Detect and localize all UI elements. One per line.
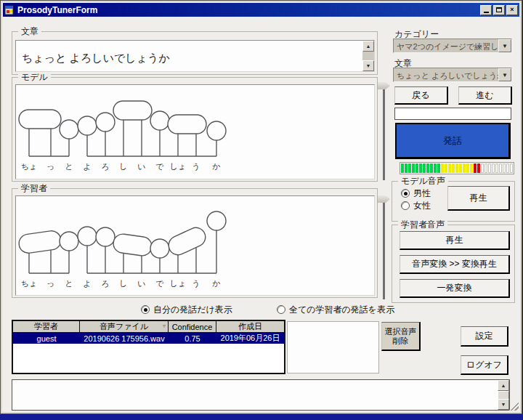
filter-own-radio[interactable]: 自分の発話だけ表示 — [141, 304, 232, 315]
learner-play-button[interactable]: 再生 — [400, 231, 510, 250]
chevron-down-icon[interactable]: ▼ — [498, 39, 511, 52]
pitch-oval — [112, 233, 153, 257]
mora-label: い — [137, 162, 145, 171]
pitch-oval — [113, 101, 152, 120]
male-voice-label: 男性 — [413, 187, 431, 200]
back-button[interactable]: 戻る — [394, 86, 448, 105]
meter-segment — [495, 163, 498, 173]
scroll-up-icon[interactable]: ▲ — [362, 41, 374, 52]
mora-label: しょ — [170, 279, 187, 288]
voice-convert-button[interactable]: 音声変換 >> 変換再生 — [400, 255, 510, 274]
pitch-circle — [78, 227, 97, 246]
pitch-circle — [96, 113, 115, 132]
meter-segment — [506, 163, 509, 173]
sentence-scrollbar[interactable]: ▲ ▼ — [362, 41, 374, 71]
meter-segment — [405, 163, 408, 173]
meter-segment — [430, 163, 433, 173]
scroll-up-icon[interactable]: ▲ — [498, 380, 509, 391]
meter-segment — [459, 163, 462, 173]
speech-text-input[interactable] — [394, 108, 511, 120]
sentence-dropdown[interactable]: ちょっと よろしいでしょうか ▼ — [393, 68, 512, 82]
meter-segment — [415, 163, 418, 173]
column-header-learner[interactable]: 学習者 — [13, 321, 80, 332]
window-title: ProsodyTunerForm — [17, 5, 97, 15]
radio-male-icon — [401, 189, 410, 198]
model-slider-thumb[interactable] — [378, 82, 390, 89]
meter-segment — [434, 163, 437, 173]
maximize-button[interactable] — [493, 5, 505, 15]
chevron-down-icon[interactable]: ▼ — [498, 68, 511, 81]
column-header-confidence[interactable]: Confidence — [169, 321, 216, 332]
speak-button[interactable]: 発話 — [395, 123, 511, 159]
mora-label: よ — [83, 162, 91, 171]
table-row[interactable]: guest20190626 175956.wav0.752019年06月26日 — [13, 333, 284, 344]
table-cell: 20190626 175956.wav — [80, 333, 169, 344]
log-textarea[interactable]: ▲ ▼ — [12, 379, 510, 411]
meter-segment — [423, 163, 426, 173]
meter-segment — [448, 163, 451, 173]
pitch-oval — [17, 230, 62, 254]
learner-pitch-panel[interactable]: ちょっとよろしいでしょうか — [15, 195, 375, 296]
forward-button[interactable]: 進む — [458, 86, 512, 105]
mora-label: ろ — [101, 279, 109, 288]
filter-own-label: 自分の発話だけ表示 — [153, 304, 232, 316]
model-voice-label: モデル音声 — [398, 176, 448, 186]
radio-female-icon — [401, 201, 410, 210]
learner-slider-track[interactable] — [383, 202, 385, 299]
category-dropdown[interactable]: ヤマ2つのイメージで練習しよう ▼ — [393, 39, 512, 53]
model-slider-track[interactable] — [383, 89, 385, 180]
mora-label: っ — [46, 162, 54, 171]
learner-group-label: 学習者 — [18, 183, 50, 193]
meter-segment — [412, 163, 415, 173]
sort-indicator-icon: ▿ — [163, 323, 166, 329]
delete-selected-voice-button[interactable]: 選択音声 削除 — [381, 322, 421, 351]
pitch-oval — [166, 225, 208, 258]
model-play-button[interactable]: 再生 — [447, 186, 510, 211]
model-pitch-panel[interactable]: ちょっとよろしいでしょうか — [15, 84, 375, 179]
mora-label: と — [65, 279, 73, 288]
sentence-textbox[interactable]: ちょっと よろしいでしょうか ▲ ▼ — [15, 40, 375, 72]
pitch-circle — [78, 116, 97, 135]
learner-slider-thumb[interactable] — [378, 195, 390, 203]
recordings-table[interactable]: 学習者 音声ファイル▿ Confidence 作成日 guest20190626… — [12, 320, 285, 374]
mora-label: ちょ — [21, 279, 38, 288]
meter-segment — [426, 163, 429, 173]
settings-button[interactable]: 設定 — [461, 326, 508, 347]
meter-segment — [437, 163, 440, 173]
meter-segment — [503, 163, 506, 173]
column-header-created[interactable]: 作成日 — [216, 321, 284, 332]
pitch-circle — [207, 211, 226, 230]
sentence-group-label: 文章 — [18, 26, 41, 36]
scroll-down-icon[interactable]: ▼ — [498, 399, 509, 410]
table-cell: guest — [13, 333, 80, 344]
meter-segment — [419, 163, 422, 173]
filter-all-label: 全ての学習者の発話を表示 — [289, 304, 394, 316]
filter-all-radio[interactable]: 全ての学習者の発話を表示 — [277, 304, 394, 315]
mora-label: し — [119, 162, 127, 171]
pitch-circle — [60, 232, 78, 251]
mora-label: ちょ — [21, 162, 38, 171]
logoff-button[interactable]: ログオフ — [461, 355, 508, 375]
male-voice-radio[interactable]: 男性 — [401, 188, 431, 198]
sentence-text: ちょっと よろしいでしょうか — [22, 52, 170, 64]
column-header-file[interactable]: 音声ファイル▿ — [80, 321, 169, 332]
minimize-icon — [484, 12, 489, 13]
resize-grip[interactable] — [509, 401, 519, 411]
mora-label: で — [155, 162, 164, 171]
mora-label: っ — [46, 279, 54, 288]
scroll-down-icon[interactable]: ▼ — [362, 60, 374, 71]
radio-own-icon — [141, 305, 150, 314]
log-scrollbar[interactable]: ▲ ▼ — [498, 380, 509, 410]
close-button[interactable]: × — [506, 5, 518, 15]
app-window: ProsodyTunerForm × 文章 ちょっと よろしいでしょうか ▲ ▼… — [1, 1, 522, 413]
pitch-oval — [168, 115, 206, 134]
oneshot-convert-button[interactable]: 一発変換 — [400, 279, 510, 298]
female-voice-radio[interactable]: 女性 — [401, 201, 431, 211]
mora-label: よ — [83, 279, 91, 288]
sentence-groupbox: 文章 ちょっと よろしいでしょうか ▲ ▼ — [12, 31, 378, 75]
pitch-circle — [150, 111, 169, 130]
minimize-button[interactable] — [480, 5, 492, 15]
model-pitch-chart: ちょっとよろしいでしょうか — [16, 85, 374, 179]
title-bar[interactable]: ProsodyTunerForm × — [3, 3, 519, 17]
level-meter — [400, 162, 514, 174]
